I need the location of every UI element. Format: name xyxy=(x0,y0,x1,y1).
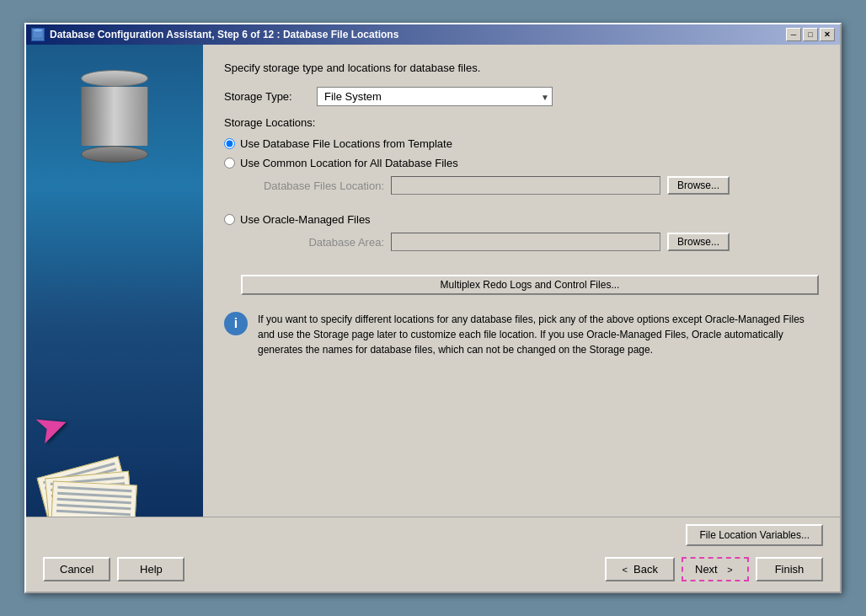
next-label: Next xyxy=(695,563,718,576)
radio-item-common: Use Common Location for All Database Fil… xyxy=(224,157,819,169)
next-button[interactable]: Next > xyxy=(682,557,749,581)
back-chevron-icon: < xyxy=(622,565,627,575)
radio-template[interactable] xyxy=(224,138,235,149)
browse-button-2[interactable]: Browse... xyxy=(667,233,730,251)
db-area-row: Database Area: Browse... xyxy=(241,233,819,251)
storage-locations-label: Storage Locations: xyxy=(224,116,819,129)
title-buttons: ─ □ ✕ xyxy=(786,28,835,41)
radio-group: Use Database File Locations from Templat… xyxy=(224,137,819,263)
help-button[interactable]: Help xyxy=(117,557,184,581)
radio-template-label: Use Database File Locations from Templat… xyxy=(240,137,452,150)
title-bar-left: Database Configuration Assistant, Step 6… xyxy=(31,28,398,41)
close-button[interactable]: ✕ xyxy=(820,28,835,41)
db-files-location-label: Database Files Location: xyxy=(241,179,384,192)
content-area: ➤ Specify storage type and locations for… xyxy=(26,45,840,517)
back-button[interactable]: < Back xyxy=(605,557,675,581)
title-bar: Database Configuration Assistant, Step 6… xyxy=(26,24,840,45)
window-title: Database Configuration Assistant, Step 6… xyxy=(50,29,398,40)
db-files-location-input[interactable] xyxy=(391,176,660,195)
info-text: If you want to specify different locatio… xyxy=(258,312,819,357)
svg-point-1 xyxy=(33,29,43,32)
maximize-button[interactable]: □ xyxy=(803,28,818,41)
db-area-input[interactable] xyxy=(391,233,660,251)
db-files-location-row: Database Files Location: Browse... xyxy=(241,176,819,195)
radio-common[interactable] xyxy=(224,158,235,169)
browse-button-1[interactable]: Browse... xyxy=(667,176,730,195)
file-location-variables-button[interactable]: File Location Variables... xyxy=(686,524,823,546)
info-box: i If you want to specify different locat… xyxy=(224,308,819,362)
storage-type-dropdown-container: File System ▼ xyxy=(317,87,553,106)
back-label: Back xyxy=(633,563,658,576)
radio-oracle[interactable] xyxy=(224,214,235,225)
db-area-label: Database Area: xyxy=(241,236,384,249)
arrow-icon: ➤ xyxy=(28,398,76,453)
radio-oracle-label: Use Oracle-Managed Files xyxy=(240,213,371,226)
db-cylinder-icon xyxy=(81,70,148,163)
left-panel: ➤ xyxy=(26,45,203,517)
btn-group-right: < Back Next > Finish xyxy=(605,557,823,581)
btn-group-left: Cancel Help xyxy=(43,557,184,581)
radio-common-label: Use Common Location for All Database Fil… xyxy=(240,157,458,169)
multiplex-button[interactable]: Multiplex Redo Logs and Control Files... xyxy=(241,275,819,295)
radio-item-oracle: Use Oracle-Managed Files xyxy=(224,213,819,226)
radio-item-template: Use Database File Locations from Templat… xyxy=(224,137,819,150)
common-location-subform: Database Files Location: Browse... xyxy=(241,176,819,200)
right-panel: Specify storage type and locations for d… xyxy=(203,45,840,517)
storage-type-dropdown[interactable]: File System xyxy=(317,87,553,106)
instructions-text: Specify storage type and locations for d… xyxy=(224,62,819,74)
app-icon xyxy=(31,28,45,41)
finish-button[interactable]: Finish xyxy=(756,557,823,581)
storage-type-label: Storage Type: xyxy=(224,90,308,103)
oracle-managed-subform: Database Area: Browse... xyxy=(241,233,819,256)
cancel-button[interactable]: Cancel xyxy=(43,557,110,581)
storage-type-row: Storage Type: File System ▼ xyxy=(224,87,819,106)
main-window: Database Configuration Assistant, Step 6… xyxy=(24,23,842,593)
button-row: Cancel Help < Back Next > Finish xyxy=(26,550,840,592)
minimize-button[interactable]: ─ xyxy=(786,28,801,41)
illustration: ➤ xyxy=(26,45,203,517)
next-chevron-icon: > xyxy=(727,565,732,575)
info-icon: i xyxy=(224,312,248,335)
bottom-area: File Location Variables... Cancel Help <… xyxy=(26,517,840,592)
file-location-row: File Location Variables... xyxy=(26,517,840,550)
